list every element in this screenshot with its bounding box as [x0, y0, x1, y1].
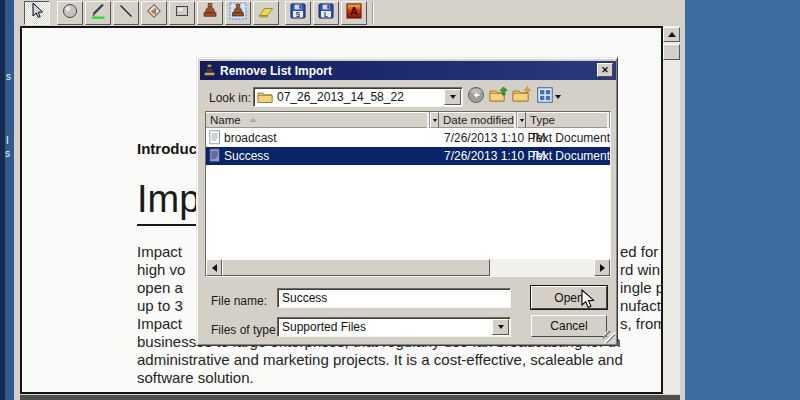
pen-icon: [89, 2, 107, 24]
letter-a-icon: A: [345, 2, 363, 24]
cancel-button[interactable]: Cancel: [531, 315, 607, 337]
look-in-label: Look in:: [209, 91, 251, 105]
remove-list-import-dialog: Remove List Import ✕ Look in: 07_26_2013…: [196, 57, 618, 346]
svg-text:L: L: [324, 11, 328, 18]
files-of-type-dropdown-button[interactable]: [492, 319, 509, 335]
highlighter-icon: [257, 2, 275, 24]
new-folder-icon: [512, 86, 532, 108]
file-row-success[interactable]: Success 7/26/2013 1:10 PM Text Document: [206, 147, 610, 165]
left-arrow-icon: [212, 264, 217, 272]
stamp-icon: [201, 2, 219, 24]
scroll-up-button[interactable]: [663, 27, 680, 42]
toolbar-separator: [372, 2, 374, 24]
stamp-select-tool-button[interactable]: [225, 1, 251, 25]
folder-up-icon: [489, 86, 509, 108]
new-folder-button[interactable]: [512, 87, 532, 106]
desktop-label-fragment: s: [5, 149, 10, 159]
document-vertical-scrollbar[interactable]: [663, 26, 680, 394]
stamp-tool-button[interactable]: [197, 1, 223, 25]
ellipse-tool-button[interactable]: [57, 1, 83, 25]
desktop-label-fragment: I: [6, 136, 9, 146]
chevron-down-icon: [555, 95, 561, 99]
stamp-app-icon: [203, 64, 216, 77]
note-arrow-icon: [145, 2, 163, 24]
back-button[interactable]: [467, 87, 485, 106]
look-in-dropdown-button[interactable]: [444, 89, 461, 105]
desktop-label-fragment: s: [6, 72, 11, 82]
text-document-icon-selected: [209, 148, 221, 166]
file-row-broadcast[interactable]: broadcast 7/26/2013 1:10 PM Text Documen…: [206, 129, 610, 147]
text-annotation-button[interactable]: A: [341, 1, 367, 25]
file-list: Name Date modified Type broadcast 7/26/2…: [205, 111, 611, 277]
svg-text:S: S: [296, 11, 301, 18]
svg-text:A: A: [350, 5, 358, 17]
files-of-type-label: Files of type:: [211, 323, 279, 337]
stamp-select-icon: [229, 2, 247, 24]
back-icon: [467, 86, 485, 108]
views-grid-icon: [537, 87, 553, 107]
rectangle-icon: [173, 2, 191, 24]
scroll-left-button[interactable]: [206, 259, 222, 276]
column-header-name[interactable]: Name: [206, 112, 430, 128]
desktop-left-edge: [5, 0, 14, 400]
note-arrow-tool-button[interactable]: [141, 1, 167, 25]
look-in-value: 07_26_2013_14_58_22: [273, 90, 404, 104]
rectangle-tool-button[interactable]: [169, 1, 195, 25]
ellipse-icon: [61, 2, 79, 24]
scroll-right-button[interactable]: [594, 259, 610, 276]
files-of-type-value: Supported Files: [278, 320, 366, 334]
close-icon: ✕: [601, 65, 609, 75]
column-header-type[interactable]: Type: [526, 112, 610, 128]
resize-grip[interactable]: [603, 331, 615, 343]
cursor-icon: [28, 2, 46, 24]
hscroll-thumb[interactable]: [222, 259, 490, 276]
views-dropdown-button[interactable]: [553, 87, 563, 106]
line-tool-button[interactable]: [113, 1, 139, 25]
column-header-date-modified[interactable]: Date modified: [439, 112, 517, 128]
annotation-toolbar: S L A: [14, 0, 685, 26]
up-arrow-icon: [668, 32, 676, 37]
date-filter-button[interactable]: [517, 112, 526, 128]
text-document-icon: [209, 130, 221, 148]
name-filter-button[interactable]: [430, 112, 439, 128]
line-icon: [117, 2, 135, 24]
close-button[interactable]: ✕: [597, 63, 613, 77]
chevron-down-icon: [450, 95, 456, 99]
dialog-titlebar[interactable]: Remove List Import ✕: [200, 61, 616, 80]
doc-paragraph-line: software solution.: [22, 369, 661, 387]
up-one-level-button[interactable]: [489, 87, 509, 106]
files-of-type-combobox[interactable]: Supported Files: [277, 317, 511, 337]
views-menu-button[interactable]: [536, 87, 553, 106]
chevron-down-icon: [498, 325, 504, 329]
sort-ascending-icon: [249, 118, 257, 122]
mouse-cursor: [581, 289, 596, 314]
scrollbar-thumb[interactable]: [663, 44, 680, 60]
file-name-label: File name:: [211, 294, 267, 308]
save-s-button[interactable]: S: [285, 1, 311, 25]
list-horizontal-scrollbar[interactable]: [206, 259, 610, 276]
floppy-l-icon: L: [317, 2, 335, 24]
file-name-input[interactable]: Success: [277, 288, 511, 308]
document-bottom-edge: [20, 395, 680, 400]
floppy-s-icon: S: [289, 2, 307, 24]
right-arrow-icon: [600, 264, 605, 272]
dialog-title: Remove List Import: [220, 64, 332, 78]
pen-tool-button[interactable]: [85, 1, 111, 25]
highlighter-tool-button[interactable]: [253, 1, 279, 25]
doc-paragraph-line: administrative and marketing projects. I…: [22, 351, 661, 369]
file-name-value: Success: [278, 291, 327, 305]
filter-caret-icon: [520, 119, 524, 122]
save-l-button[interactable]: L: [313, 1, 339, 25]
select-cursor-tool-button[interactable]: [24, 1, 50, 25]
filter-caret-icon: [433, 119, 437, 122]
look-in-combobox[interactable]: 07_26_2013_14_58_22: [253, 87, 463, 107]
folder-icon: [257, 90, 273, 104]
